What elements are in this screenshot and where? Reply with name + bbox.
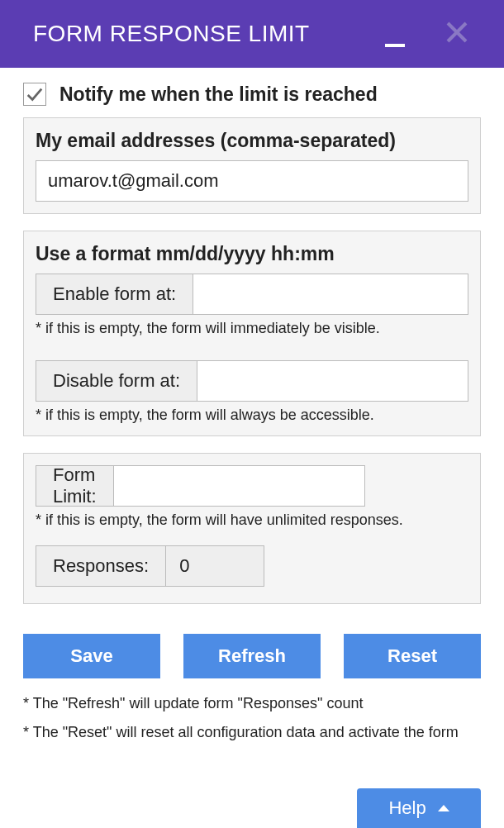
- help-button[interactable]: Help: [357, 788, 481, 828]
- enable-label: Enable form at:: [36, 274, 193, 315]
- close-button[interactable]: [445, 20, 469, 45]
- disable-input[interactable]: [197, 360, 468, 402]
- close-icon: [445, 20, 469, 45]
- form-limit-label: Form Limit:: [36, 465, 113, 507]
- responses-label: Responses:: [36, 545, 165, 587]
- email-input[interactable]: [36, 160, 468, 202]
- notify-checkbox[interactable]: [23, 83, 46, 106]
- dialog-header: FORM RESPONSE LIMIT: [0, 0, 504, 68]
- responses-value: 0: [165, 545, 264, 587]
- checkmark-icon: [26, 85, 44, 103]
- chevron-up-icon: [438, 805, 449, 811]
- format-label: Use a format mm/dd/yyyy hh:mm: [36, 243, 468, 265]
- disable-label: Disable form at:: [36, 360, 197, 402]
- schedule-section: Use a format mm/dd/yyyy hh:mm Enable for…: [23, 231, 481, 436]
- save-button[interactable]: Save: [23, 634, 160, 678]
- notify-label: Notify me when the limit is reached: [59, 83, 378, 106]
- refresh-button[interactable]: Refresh: [183, 634, 321, 678]
- dialog-title: FORM RESPONSE LIMIT: [33, 21, 310, 47]
- enable-input[interactable]: [193, 274, 468, 315]
- reset-footnote: * The "Reset" will reset all configurati…: [23, 724, 481, 741]
- form-limit-hint: * if this is empty, the form will have u…: [36, 512, 468, 529]
- email-section: My email addresses (comma-separated): [23, 117, 481, 214]
- form-limit-input[interactable]: [113, 465, 365, 507]
- help-label: Help: [388, 797, 426, 819]
- email-label: My email addresses (comma-separated): [36, 130, 468, 152]
- minimize-button[interactable]: [385, 44, 405, 47]
- limit-section: Form Limit: * if this is empty, the form…: [23, 453, 481, 604]
- enable-hint: * if this is empty, the form will immedi…: [36, 320, 468, 337]
- refresh-footnote: * The "Refresh" will update form "Respon…: [23, 695, 481, 712]
- reset-button[interactable]: Reset: [344, 634, 481, 678]
- disable-hint: * if this is empty, the form will always…: [36, 407, 468, 424]
